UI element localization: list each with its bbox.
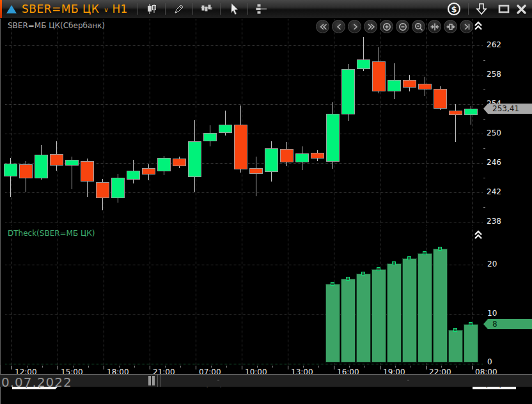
- time-tick-minor: [73, 366, 74, 368]
- candle: [127, 171, 140, 180]
- indicator-bar: [433, 249, 448, 362]
- gridline-vertical: [12, 19, 12, 226]
- candle: [311, 153, 324, 159]
- price-axis-label: 258: [487, 70, 501, 79]
- candle: [35, 155, 48, 178]
- price-axis-label: 238: [487, 217, 501, 226]
- candle: [464, 109, 478, 115]
- candle: [265, 148, 278, 172]
- gridline-vertical: [150, 19, 150, 226]
- price-axis-label: 262: [487, 40, 501, 49]
- candle: [81, 161, 94, 182]
- indicator-bar: [372, 269, 386, 362]
- time-tick-minor: [457, 366, 457, 368]
- gridline-horizontal: [5, 222, 483, 222]
- nav-fast-forward-button[interactable]: [364, 20, 377, 33]
- nav-step-backward-button[interactable]: [332, 20, 345, 33]
- indicator-bar-marker: [346, 277, 350, 281]
- indicator-bar-marker: [377, 267, 380, 271]
- indicator-bar: [448, 330, 463, 362]
- nav-go-to-end-button[interactable]: [460, 20, 473, 33]
- nav-fast-backward-button[interactable]: [316, 20, 329, 33]
- indicator-overlay-icon[interactable]: [197, 1, 216, 17]
- gridline-vertical: [472, 19, 473, 226]
- time-tick-major: [334, 366, 334, 369]
- nav-step-forward-button[interactable]: [348, 20, 361, 33]
- scrollbar-thumb[interactable]: [148, 376, 151, 385]
- currency-dollar-icon[interactable]: $: [447, 2, 461, 16]
- status-bar: 0.07.2022: [0, 374, 532, 387]
- svg-text:$: $: [451, 4, 457, 14]
- candle: [157, 158, 171, 171]
- nav-compress-horizontal-button[interactable]: [428, 20, 441, 33]
- collapse-panel-up-icon[interactable]: [474, 20, 483, 33]
- scrollbar-mark: [217, 380, 219, 381]
- value-axis-label: 0: [487, 357, 492, 366]
- indicator-zero-line: [5, 364, 483, 364]
- last-value-tag: 8: [488, 319, 532, 329]
- time-tick-minor: [226, 366, 227, 368]
- candle: [50, 154, 63, 166]
- time-tick-minor: [88, 366, 89, 368]
- toolbar: SBER=МБ ЦК ∨ H1: [0, 0, 532, 19]
- price-panel-title: SBER=МБ ЦК(Сбербанк): [8, 21, 105, 30]
- gridline-vertical: [196, 19, 196, 226]
- time-tick-minor: [395, 366, 396, 368]
- chart-window: SBER=МБ ЦК ∨ H1: [0, 0, 532, 404]
- indicator-bar-marker: [453, 328, 457, 332]
- status-separator: [157, 375, 158, 387]
- time-tick-major: [12, 366, 12, 369]
- close-icon[interactable]: [516, 4, 527, 15]
- time-tick-minor: [42, 366, 43, 368]
- candle: [357, 59, 370, 69]
- candlestick-chart-icon[interactable]: [142, 1, 161, 17]
- time-tick-major: [242, 366, 242, 369]
- symbol-title[interactable]: SBER=МБ ЦК: [22, 3, 99, 15]
- candle: [19, 164, 33, 178]
- levels-list-icon[interactable]: [252, 1, 271, 17]
- gridline-vertical: [380, 19, 380, 226]
- cursor-icon[interactable]: [224, 1, 244, 17]
- gridline-horizontal: [5, 45, 483, 46]
- scrollbar-thumb[interactable]: [152, 376, 155, 385]
- scrollbar-mark: [407, 380, 409, 381]
- restore-window-icon[interactable]: [498, 4, 510, 13]
- collapse-indicator-panel-icon[interactable]: [474, 229, 483, 242]
- timeframe-label[interactable]: H1: [113, 3, 128, 15]
- toolbar-separator: [468, 3, 469, 15]
- time-tick-major: [380, 366, 380, 369]
- plot-left-border: [0, 18, 1, 365]
- candle: [449, 111, 462, 115]
- gridline-vertical: [242, 228, 242, 365]
- nav-zoom-out-button[interactable]: [396, 20, 409, 33]
- last-price-tag: 253,41: [488, 104, 532, 114]
- candle-wick: [256, 157, 256, 196]
- price-axis-minor-tick: [483, 119, 485, 120]
- indicator-bar: [387, 263, 402, 362]
- gridline-vertical: [288, 228, 288, 365]
- price-axis-minor-tick: [483, 207, 485, 208]
- indicator-bar: [341, 279, 356, 362]
- nav-zoom-in-button[interactable]: [380, 20, 393, 33]
- time-tick-minor: [165, 366, 166, 368]
- gridline-vertical: [58, 19, 58, 226]
- gridline-horizontal: [5, 75, 483, 75]
- value-axis-label: 20: [487, 260, 497, 268]
- price-axis-minor-tick: [483, 178, 485, 178]
- nav-auto-scale-button[interactable]: [444, 20, 457, 33]
- candle: [387, 80, 401, 91]
- nav-zoom-selection-button[interactable]: [412, 20, 425, 33]
- price-axis-label: 250: [487, 128, 501, 137]
- download-arrow-icon[interactable]: [476, 3, 487, 15]
- toolbar-separator: [220, 3, 221, 15]
- candle: [142, 168, 155, 175]
- toolbar-separator: [247, 3, 248, 15]
- draw-pencil-icon[interactable]: [169, 1, 189, 17]
- gridline-vertical: [288, 19, 288, 226]
- gridline-vertical: [58, 228, 58, 365]
- time-tick-minor: [119, 366, 120, 368]
- chevron-down-icon[interactable]: ∨: [104, 6, 108, 13]
- candle: [4, 164, 17, 176]
- chart-nav-toolbar: [316, 20, 476, 33]
- candle: [188, 141, 201, 177]
